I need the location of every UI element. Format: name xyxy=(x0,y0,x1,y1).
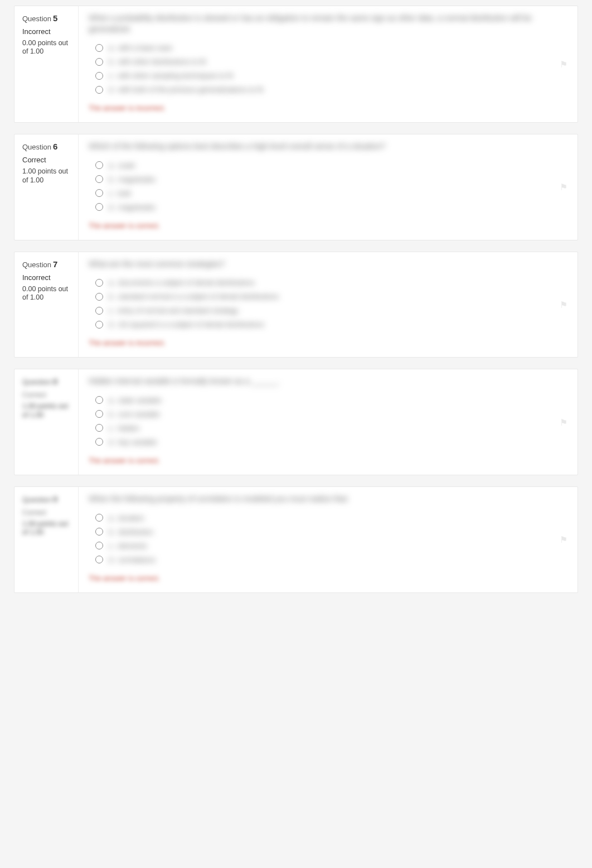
question-block: Question5Incorrect0.00 points out of 1.0… xyxy=(14,6,578,123)
answer-letter: d. xyxy=(109,85,115,94)
answer-text: correlations xyxy=(118,556,156,564)
radio-icon[interactable] xyxy=(95,528,103,536)
flag-icon[interactable]: ⚑ xyxy=(560,534,570,544)
question-points: 1.00 points out of 1.00 xyxy=(22,520,72,537)
answer-choice[interactable]: b.core variable xyxy=(95,410,567,418)
radio-icon[interactable] xyxy=(95,556,103,563)
answer-letter: a. xyxy=(109,396,115,404)
radio-icon[interactable] xyxy=(95,58,103,66)
answer-letter: c. xyxy=(109,306,114,315)
answer-text-wrap: d.chi-squared is a subject of denial dis… xyxy=(109,320,264,329)
answer-choice[interactable]: a.scale xyxy=(95,161,567,170)
answer-letter: c. xyxy=(109,542,114,550)
answer-text: standard normal is a subject of denial d… xyxy=(118,292,279,301)
answer-choice[interactable]: b.magnitudes xyxy=(95,175,567,184)
radio-icon[interactable] xyxy=(95,44,103,52)
answer-choice[interactable]: a.documents a subject of denial distribu… xyxy=(95,278,567,287)
answer-letter: b. xyxy=(109,528,115,536)
question-meta: Question7Incorrect0.00 points out of 1.0… xyxy=(14,252,79,358)
answer-choice[interactable]: a.duration xyxy=(95,514,567,522)
answer-choice[interactable]: a.state variable xyxy=(95,396,567,404)
feedback-text: The answer is incorrect. xyxy=(89,339,567,347)
question-meta: Question8Correct1.00 points out of 1.00 xyxy=(14,369,79,475)
question-status: Incorrect xyxy=(22,273,72,283)
answer-choices: a.with a base caseb.with other distribut… xyxy=(95,44,567,94)
flag-icon[interactable]: ⚑ xyxy=(560,417,570,427)
answer-text-wrap: c.entry of normal and standard strategy xyxy=(109,306,238,315)
answer-text-wrap: b.distribution xyxy=(109,528,153,536)
answer-text: core variable xyxy=(118,410,159,418)
question-number: 5 xyxy=(53,13,57,23)
answer-text-wrap: b.core variable xyxy=(109,410,159,418)
question-prompt: When a probability distribution is skewe… xyxy=(89,13,567,35)
question-points: 1.00 points out of 1.00 xyxy=(22,402,72,419)
radio-icon[interactable] xyxy=(95,307,103,315)
answer-choice[interactable]: c.entry of normal and standard strategy xyxy=(95,306,567,315)
answer-text: duration xyxy=(118,514,144,522)
answer-text: scale xyxy=(118,161,135,170)
question-number: 8 xyxy=(53,377,57,386)
question-label-line: Question8 xyxy=(22,376,72,387)
flag-icon[interactable]: ⚑ xyxy=(560,300,570,310)
radio-icon[interactable] xyxy=(95,396,103,404)
question-body: Hidden internal variable is formally kno… xyxy=(79,369,578,475)
question-block: Question7Incorrect0.00 points out of 1.0… xyxy=(14,252,578,358)
question-label: Question xyxy=(22,15,51,23)
answer-choice[interactable]: d.key variable xyxy=(95,438,567,446)
answer-choices: a.state variableb.core variablec.hiddend… xyxy=(95,396,567,446)
radio-icon[interactable] xyxy=(95,321,103,329)
answer-letter: a. xyxy=(109,278,115,287)
answer-choice[interactable]: d.with both of the previous generalizati… xyxy=(95,85,567,94)
answer-choice[interactable]: c.bulk xyxy=(95,189,567,197)
feedback-text: The answer is correct. xyxy=(89,221,567,230)
question-status: Incorrect xyxy=(22,27,72,37)
answer-text-wrap: d.key variable xyxy=(109,438,157,446)
answer-choice[interactable]: c.elements xyxy=(95,542,567,550)
answer-choice[interactable]: d.correlations xyxy=(95,556,567,564)
radio-icon[interactable] xyxy=(95,203,103,211)
answer-choice[interactable]: b.distribution xyxy=(95,528,567,536)
answer-choice[interactable]: b.standard normal is a subject of denial… xyxy=(95,292,567,301)
answer-text-wrap: d.magnitudes xyxy=(109,203,156,211)
flag-icon[interactable]: ⚑ xyxy=(560,182,570,192)
answer-letter: b. xyxy=(109,292,115,301)
radio-icon[interactable] xyxy=(95,542,103,549)
radio-icon[interactable] xyxy=(95,410,103,418)
question-prompt: Which of the following options best desc… xyxy=(89,141,567,152)
answer-choice[interactable]: c.hidden xyxy=(95,424,567,432)
answer-text-wrap: a.scale xyxy=(109,161,135,170)
answer-choice[interactable]: a.with a base case xyxy=(95,44,567,52)
answer-text-wrap: b.standard normal is a subject of denial… xyxy=(109,292,279,301)
question-number: 6 xyxy=(53,142,57,151)
answer-text: hidden xyxy=(118,424,139,432)
radio-icon[interactable] xyxy=(95,514,103,522)
answer-choice[interactable]: d.magnitudes xyxy=(95,203,567,211)
radio-icon[interactable] xyxy=(95,175,103,183)
radio-icon[interactable] xyxy=(95,189,103,197)
answer-choice[interactable]: d.chi-squared is a subject of denial dis… xyxy=(95,320,567,329)
answer-choice[interactable]: b.with other distributions to fit xyxy=(95,57,567,66)
feedback-text: The answer is correct. xyxy=(89,456,567,465)
question-points: 1.00 points out of 1.00 xyxy=(22,167,72,185)
question-prompt: When the following property of correlati… xyxy=(89,494,567,505)
flag-icon[interactable]: ⚑ xyxy=(560,59,570,69)
answer-text: bulk xyxy=(118,189,131,197)
radio-icon[interactable] xyxy=(95,438,103,446)
radio-icon[interactable] xyxy=(95,161,103,169)
radio-icon[interactable] xyxy=(95,86,103,94)
radio-icon[interactable] xyxy=(95,72,103,80)
answer-choice[interactable]: c.with other sampling techniques to fit xyxy=(95,71,567,80)
answer-text-wrap: c.bulk xyxy=(109,189,131,197)
question-label: Question xyxy=(22,261,51,269)
question-block: Question6Correct1.00 points out of 1.00W… xyxy=(14,134,578,240)
answer-text: with other distributions to fit xyxy=(118,57,206,66)
radio-icon[interactable] xyxy=(95,424,103,432)
answer-letter: b. xyxy=(109,175,115,184)
answer-choices: a.documents a subject of denial distribu… xyxy=(95,278,567,329)
answer-letter: a. xyxy=(109,44,115,52)
question-label-line: Question7 xyxy=(22,259,72,270)
radio-icon[interactable] xyxy=(95,279,103,287)
quiz-page: Question5Incorrect0.00 points out of 1.0… xyxy=(0,0,592,610)
question-meta: Question9Correct1.00 points out of 1.00 xyxy=(14,487,79,592)
radio-icon[interactable] xyxy=(95,293,103,301)
